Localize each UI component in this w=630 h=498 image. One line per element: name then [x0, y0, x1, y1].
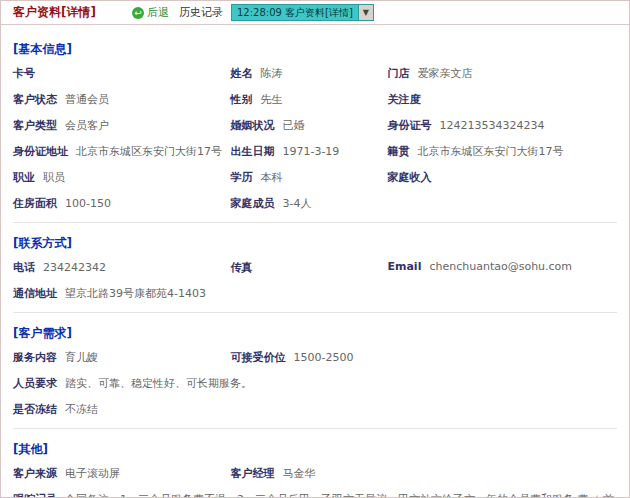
field-value: 本科: [260, 170, 282, 185]
back-label: 后退: [147, 5, 169, 20]
section-basic-title: [基本信息]: [13, 41, 617, 58]
field-label: 可接受价位: [230, 350, 285, 365]
field: 电话234242342: [13, 260, 230, 275]
field: 籍贯北京市东城区东安门大街17号: [387, 144, 617, 159]
field-value: 职员: [43, 170, 65, 185]
field: 客户状态普通会员: [13, 92, 230, 107]
history-select-value: 12:28:09 客户资料[详情]: [237, 6, 353, 20]
field-label: 跟踪记录: [13, 492, 57, 498]
field-label: 身份证号: [387, 118, 431, 133]
page-title: 客户资料[详情]: [13, 4, 96, 21]
section-other: [其他] 客户来源电子滚动屏 客户经理马金华 跟踪记录合同备注：1、三个月服务费…: [13, 428, 617, 498]
field: 家庭成员3-4人: [230, 196, 387, 211]
section-basic-info: [基本信息] 卡号 姓名陈涛 门店爱家亲文店 客户状态普通会员 性别先生 关注度…: [13, 29, 617, 211]
field-value: 陈涛: [260, 66, 282, 81]
field: 门店爱家亲文店: [387, 66, 617, 81]
section-contact: [联系方式] 电话234242342 传真 Emailchenchuantao@…: [13, 222, 617, 301]
field-tracking-record: 跟踪记录合同备注：1、三个月服务费不退。2、三个月后甲、乙双方无异议，甲方补交给…: [13, 492, 617, 498]
field: 客户经理马金华: [230, 466, 387, 481]
field-value: 爱家亲文店: [417, 66, 472, 81]
field-label: 职业: [13, 170, 35, 185]
customer-detail-page: 客户资料[详情] ↩ 后退 历史记录 12:28:09 客户资料[详情] ▼ […: [0, 0, 630, 498]
field: 身份证地址北京市东城区东安门大街17号: [13, 144, 230, 159]
field-label: 客户来源: [13, 466, 57, 481]
field: 姓名陈涛: [230, 66, 387, 81]
field-label: 家庭成员: [230, 196, 274, 211]
field-value: 北京市东城区东安门大街17号: [417, 144, 563, 159]
field-label: 卡号: [13, 66, 35, 81]
field-label: 婚姻状况: [230, 118, 274, 133]
field-label: 是否冻结: [13, 402, 57, 417]
field-label: 服务内容: [13, 350, 57, 365]
field-label: Email: [387, 260, 421, 273]
field-value: 踏实、可靠、稳定性好、可长期服务。: [65, 376, 252, 391]
field: 出生日期1971-3-19: [230, 144, 387, 159]
field-value: 100-150: [65, 197, 111, 210]
field-label: 出生日期: [230, 144, 274, 159]
field-label: 籍贯: [387, 144, 409, 159]
field-label: 门店: [387, 66, 409, 81]
field-value: 马金华: [282, 466, 315, 481]
field-value: 234242342: [43, 261, 106, 274]
field: 服务内容育儿嫂: [13, 350, 230, 365]
field-value: 1971-3-19: [282, 145, 339, 158]
field-value: 合同备注：1、三个月服务费不退。2、三个月后甲、乙双方无异议，甲方补交给乙方一年…: [65, 492, 617, 498]
field-value: 3-4人: [282, 196, 311, 211]
field-value: 先生: [260, 92, 282, 107]
field: 客户类型会员客户: [13, 118, 230, 133]
field-label: 通信地址: [13, 286, 57, 301]
history-label: 历史记录: [179, 5, 223, 20]
field-label: 传真: [230, 260, 252, 275]
field-value: 望京北路39号康都苑4-1403: [65, 286, 206, 301]
field-personnel-requirement: 人员要求踏实、可靠、稳定性好、可长期服务。: [13, 376, 617, 391]
chevron-down-icon: ▼: [358, 5, 373, 20]
history-select[interactable]: 12:28:09 客户资料[详情] ▼: [231, 4, 374, 21]
field-value: 不冻结: [65, 402, 98, 417]
field-value: 北京市东城区东安门大街17号: [76, 144, 222, 159]
section-other-title: [其他]: [13, 441, 617, 458]
section-contact-title: [联系方式]: [13, 235, 617, 252]
field-value: 会员客户: [65, 118, 109, 133]
field: 婚姻状况已婚: [230, 118, 387, 133]
field-mailing-address: 通信地址望京北路39号康都苑4-1403: [13, 286, 617, 301]
field: Emailchenchuantao@sohu.com: [387, 260, 617, 275]
field: 关注度: [387, 92, 617, 107]
field: 传真: [230, 260, 387, 275]
field-value: chenchuantao@sohu.com: [429, 260, 572, 273]
field-label: 性别: [230, 92, 252, 107]
field-label: 身份证地址: [13, 144, 68, 159]
back-arrow-icon: ↩: [132, 7, 144, 19]
field-label: 住房面积: [13, 196, 57, 211]
field: 客户来源电子滚动屏: [13, 466, 230, 481]
field-value: 1500-2500: [293, 351, 353, 364]
content: [基本信息] 卡号 姓名陈涛 门店爱家亲文店 客户状态普通会员 性别先生 关注度…: [1, 25, 629, 498]
field-label: 客户经理: [230, 466, 274, 481]
field: 卡号: [13, 66, 230, 81]
field: 身份证号124213534324234: [387, 118, 617, 133]
field-label: 人员要求: [13, 376, 57, 391]
section-needs: [客户需求] 服务内容育儿嫂 可接受价位1500-2500 人员要求踏实、可靠、…: [13, 312, 617, 417]
field-frozen-status: 是否冻结不冻结: [13, 402, 617, 417]
back-button[interactable]: ↩ 后退: [132, 5, 169, 20]
field-value: 电子滚动屏: [65, 466, 120, 481]
field-value: 已婚: [282, 118, 304, 133]
section-needs-title: [客户需求]: [13, 325, 617, 342]
field: 学历本科: [230, 170, 387, 185]
field-label: 电话: [13, 260, 35, 275]
field-label: 姓名: [230, 66, 252, 81]
field-value: 育儿嫂: [65, 350, 98, 365]
field: 住房面积100-150: [13, 196, 230, 211]
top-bar: 客户资料[详情] ↩ 后退 历史记录 12:28:09 客户资料[详情] ▼: [1, 1, 629, 25]
field: 可接受价位1500-2500: [230, 350, 387, 365]
field-label: 家庭收入: [387, 170, 431, 185]
field: 家庭收入: [387, 170, 617, 185]
field: 性别先生: [230, 92, 387, 107]
field-label: 客户类型: [13, 118, 57, 133]
field: 职业职员: [13, 170, 230, 185]
field-label: 客户状态: [13, 92, 57, 107]
field-label: 关注度: [387, 92, 420, 107]
field-label: 学历: [230, 170, 252, 185]
field-value: 普通会员: [65, 92, 109, 107]
field-value: 124213534324234: [439, 119, 544, 132]
